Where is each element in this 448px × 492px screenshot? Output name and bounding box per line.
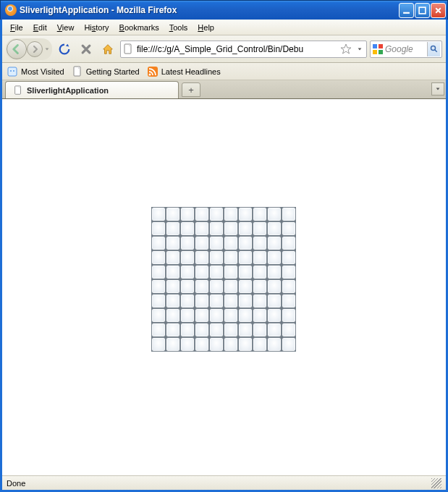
grid-cell[interactable]: [224, 294, 238, 308]
grid-cell[interactable]: [267, 221, 282, 236]
grid-cell[interactable]: [166, 250, 180, 265]
grid-cell[interactable]: [151, 308, 166, 323]
grid-cell[interactable]: [166, 207, 180, 221]
reload-button[interactable]: [55, 40, 74, 59]
grid-cell[interactable]: [180, 294, 195, 308]
url-dropdown[interactable]: [355, 46, 365, 52]
minimize-button[interactable]: [399, 3, 414, 18]
grid-cell[interactable]: [209, 323, 224, 337]
grid-cell[interactable]: [195, 294, 209, 308]
menu-help[interactable]: Help: [193, 22, 219, 33]
grid-cell[interactable]: [282, 294, 296, 308]
grid-cell[interactable]: [253, 236, 267, 250]
tab-active[interactable]: SliverlightApplication: [5, 81, 179, 98]
grid-cell[interactable]: [195, 323, 209, 337]
grid-cell[interactable]: [224, 207, 238, 221]
grid-cell[interactable]: [166, 294, 180, 308]
grid-cell[interactable]: [151, 323, 166, 337]
grid-cell[interactable]: [224, 337, 238, 352]
grid-cell[interactable]: [238, 250, 253, 265]
grid-cell[interactable]: [224, 236, 238, 250]
back-button[interactable]: [7, 39, 27, 59]
grid-cell[interactable]: [151, 236, 166, 250]
menu-history[interactable]: History: [79, 22, 114, 33]
grid-cell[interactable]: [151, 294, 166, 308]
grid-cell[interactable]: [267, 294, 282, 308]
grid-cell[interactable]: [282, 308, 296, 323]
grid-cell[interactable]: [180, 250, 195, 265]
grid-cell[interactable]: [224, 279, 238, 294]
grid-cell[interactable]: [253, 308, 267, 323]
grid-cell[interactable]: [253, 250, 267, 265]
grid-cell[interactable]: [209, 265, 224, 279]
grid-cell[interactable]: [180, 221, 195, 236]
maximize-button[interactable]: [415, 3, 430, 18]
grid-cell[interactable]: [267, 279, 282, 294]
grid-cell[interactable]: [224, 265, 238, 279]
grid-cell[interactable]: [209, 308, 224, 323]
bookmark-latest-headlines[interactable]: Latest Headlines: [147, 66, 221, 77]
grid-cell[interactable]: [238, 221, 253, 236]
grid-cell[interactable]: [151, 250, 166, 265]
grid-cell[interactable]: [267, 323, 282, 337]
grid-cell[interactable]: [209, 250, 224, 265]
grid-cell[interactable]: [195, 236, 209, 250]
history-dropdown[interactable]: [43, 46, 51, 52]
grid-cell[interactable]: [166, 236, 180, 250]
grid-cell[interactable]: [209, 236, 224, 250]
search-go-button[interactable]: [427, 42, 440, 56]
grid-cell[interactable]: [166, 221, 180, 236]
grid-cell[interactable]: [238, 279, 253, 294]
url-input[interactable]: [137, 42, 337, 56]
grid-cell[interactable]: [209, 221, 224, 236]
bookmark-most-visited[interactable]: Most Visited: [7, 66, 64, 77]
grid-cell[interactable]: [238, 323, 253, 337]
grid-cell[interactable]: [209, 294, 224, 308]
grid-cell[interactable]: [267, 207, 282, 221]
grid-cell[interactable]: [282, 337, 296, 352]
grid-cell[interactable]: [282, 279, 296, 294]
close-button[interactable]: [431, 3, 446, 18]
grid-cell[interactable]: [282, 250, 296, 265]
bookmark-getting-started[interactable]: Getting Started: [72, 66, 140, 77]
grid-cell[interactable]: [224, 221, 238, 236]
grid-cell[interactable]: [253, 294, 267, 308]
grid-cell[interactable]: [195, 279, 209, 294]
grid-cell[interactable]: [180, 308, 195, 323]
grid-cell[interactable]: [180, 207, 195, 221]
grid-cell[interactable]: [151, 265, 166, 279]
grid-cell[interactable]: [267, 337, 282, 352]
grid-cell[interactable]: [238, 265, 253, 279]
grid-cell[interactable]: [180, 337, 195, 352]
grid-cell[interactable]: [253, 337, 267, 352]
grid-cell[interactable]: [224, 308, 238, 323]
grid-cell[interactable]: [180, 265, 195, 279]
grid-cell[interactable]: [195, 265, 209, 279]
grid-cell[interactable]: [282, 236, 296, 250]
grid-cell[interactable]: [151, 337, 166, 352]
menu-file[interactable]: File: [5, 22, 28, 33]
grid-cell[interactable]: [195, 221, 209, 236]
grid-cell[interactable]: [166, 323, 180, 337]
grid-cell[interactable]: [209, 337, 224, 352]
grid-cell[interactable]: [253, 279, 267, 294]
grid-cell[interactable]: [238, 308, 253, 323]
menu-view[interactable]: View: [52, 22, 80, 33]
menu-bookmarks[interactable]: Bookmarks: [114, 22, 164, 33]
address-bar[interactable]: [120, 41, 367, 58]
grid-cell[interactable]: [166, 279, 180, 294]
grid-cell[interactable]: [238, 207, 253, 221]
grid-cell[interactable]: [151, 221, 166, 236]
grid-cell[interactable]: [195, 250, 209, 265]
menu-edit[interactable]: Edit: [28, 22, 52, 33]
grid-cell[interactable]: [209, 207, 224, 221]
grid-cell[interactable]: [267, 308, 282, 323]
grid-cell[interactable]: [224, 323, 238, 337]
resize-grip[interactable]: [431, 478, 441, 488]
grid-cell[interactable]: [267, 236, 282, 250]
grid-cell[interactable]: [238, 337, 253, 352]
grid-cell[interactable]: [166, 265, 180, 279]
grid-cell[interactable]: [282, 323, 296, 337]
grid-cell[interactable]: [209, 279, 224, 294]
bookmark-star-icon[interactable]: [340, 43, 352, 55]
